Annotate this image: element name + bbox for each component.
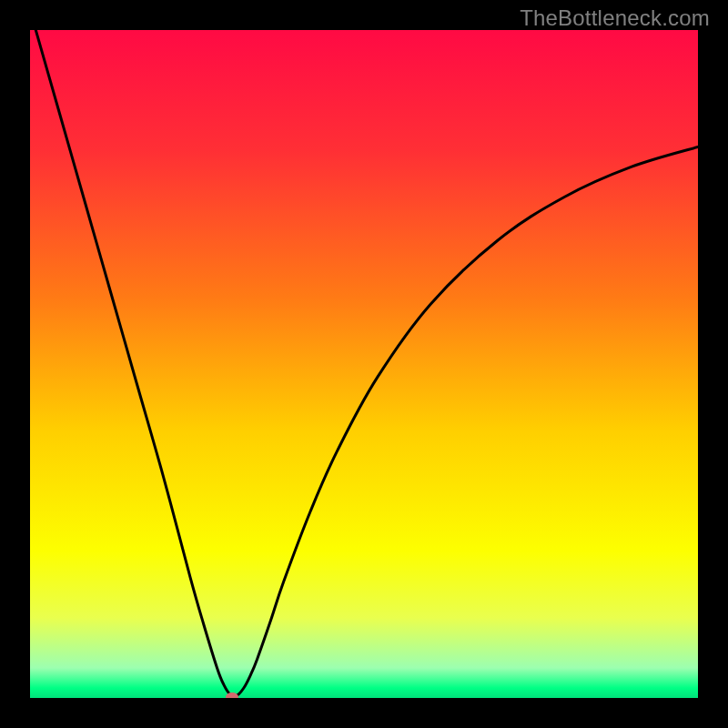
plot-area xyxy=(30,30,698,698)
minimum-marker xyxy=(226,693,238,698)
curve-layer xyxy=(30,30,698,698)
bottleneck-curve xyxy=(30,30,698,696)
chart-frame: TheBottleneck.com xyxy=(0,0,728,728)
watermark-text: TheBottleneck.com xyxy=(520,5,710,31)
